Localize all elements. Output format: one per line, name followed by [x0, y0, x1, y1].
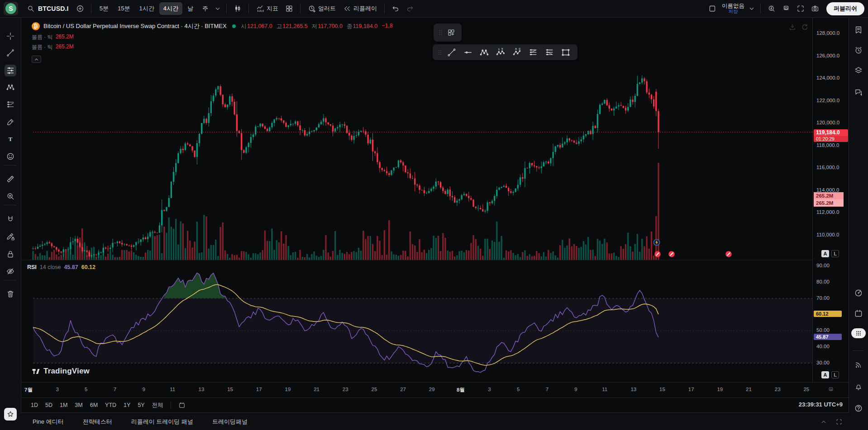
compare-add-icon[interactable] — [73, 2, 87, 15]
range-6M-button[interactable]: 6M — [86, 400, 101, 410]
abc-correction-tool[interactable]: AC — [509, 46, 525, 59]
instant-trading-icon[interactable] — [653, 238, 661, 246]
chat-icon[interactable] — [853, 86, 864, 98]
indicator-templates-icon[interactable] — [282, 2, 296, 15]
rectangle-tool[interactable] — [558, 46, 574, 59]
xabcd-pattern-tool[interactable] — [476, 46, 492, 59]
screener-target-icon[interactable] — [853, 287, 864, 299]
remove-objects-tool[interactable] — [5, 288, 16, 300]
range-1M-button[interactable]: 1M — [56, 400, 71, 410]
panel-expand-icon[interactable] — [820, 418, 827, 425]
log-scale-badge[interactable]: L — [831, 371, 839, 378]
tradingview-watermark[interactable]: TradingView — [32, 367, 90, 376]
alert-button[interactable]: 얼러트 — [305, 3, 339, 14]
tab-3[interactable]: 리플레이 트레이딩 패널 — [127, 415, 198, 429]
pane-download-icon[interactable] — [788, 23, 796, 31]
alerts-clock-icon[interactable] — [853, 44, 864, 56]
go-to-date-icon[interactable] — [175, 400, 189, 411]
legend-collapse-button[interactable] — [32, 56, 41, 63]
long-position-tool[interactable] — [525, 46, 541, 59]
short-position-tool[interactable] — [541, 46, 558, 59]
auto-scale-badge[interactable]: A — [821, 371, 829, 378]
publish-button[interactable]: 퍼블리쉬 — [826, 2, 864, 15]
volume-indicator-row[interactable]: 볼륨 · 틱 265.2M — [32, 43, 74, 51]
favorite-tools-star-button[interactable] — [4, 408, 17, 421]
redo-icon[interactable] — [403, 2, 417, 15]
timeframe-menu-chevron-icon[interactable] — [213, 2, 222, 15]
trend-line-tool[interactable] — [444, 46, 460, 59]
log-scale-badge[interactable]: L — [831, 250, 839, 257]
range-5D-button[interactable]: 5D — [42, 400, 56, 410]
tab-1[interactable]: Pine 에디터 — [28, 415, 68, 429]
fullscreen-icon[interactable] — [794, 2, 807, 15]
brush-tool[interactable] — [5, 116, 16, 128]
undo-icon[interactable] — [389, 2, 402, 15]
ruler-tool[interactable] — [5, 173, 16, 185]
drawing-mode-tool[interactable] — [5, 231, 16, 242]
range-전체-button[interactable]: 전체 — [148, 400, 167, 411]
layout-menu-chevron-icon[interactable] — [747, 2, 756, 15]
auto-scale-badge[interactable]: A — [821, 250, 829, 257]
timeframe-15분[interactable]: 15분 — [114, 2, 134, 15]
tab-2[interactable]: 전략테스터 — [78, 415, 117, 429]
emoji-tool[interactable] — [5, 151, 16, 162]
range-5Y-button[interactable]: 5Y — [134, 400, 148, 410]
time-axis-settings-icon[interactable] — [827, 386, 835, 393]
range-1Y-button[interactable]: 1Y — [120, 400, 134, 410]
no-entry-icon[interactable] — [725, 250, 733, 258]
help-icon[interactable] — [853, 402, 864, 414]
pane-refresh-icon[interactable] — [801, 23, 809, 31]
chart-style-icon[interactable] — [231, 2, 244, 15]
clock[interactable]: 23:39:31 UTC+9 — [799, 401, 843, 408]
layout-name-button[interactable]: 이름없음 저장 — [720, 3, 746, 14]
favorite-drawings-toolbar[interactable]: 15AC — [433, 44, 577, 60]
elliott-impulse-wave-tool[interactable]: 15 — [492, 46, 509, 59]
forecast-position-tool[interactable] — [5, 99, 16, 110]
fib-retracement-tool[interactable] — [5, 65, 16, 76]
volume-indicator-row[interactable]: 볼륨 · 틱 265.2M — [32, 33, 74, 41]
horizontal-ray-tool[interactable] — [460, 46, 476, 59]
no-entry-icon[interactable] — [668, 250, 676, 258]
timeframe-주[interactable]: 주 — [198, 2, 212, 15]
quick-search-icon[interactable] — [765, 2, 778, 15]
tab-4[interactable]: 트레이딩패널 — [208, 415, 252, 429]
mini-floating-toolbar[interactable] — [434, 24, 462, 42]
xabcd-pattern-tool[interactable] — [5, 81, 16, 93]
magnet-tool[interactable] — [5, 213, 16, 225]
text-tool[interactable]: T — [5, 133, 16, 145]
lock-all-tool[interactable] — [5, 248, 16, 260]
hide-all-tool[interactable] — [5, 265, 16, 277]
settings-icon[interactable] — [779, 2, 793, 15]
price-scale[interactable]: 119,184.0 01:20:29 265.2M 265.2M 60.12 4… — [812, 18, 849, 382]
add-layout-icon[interactable] — [444, 26, 458, 39]
apps-grid-icon[interactable] — [851, 328, 866, 338]
calendar-icon[interactable] — [853, 307, 864, 319]
time-scale[interactable]: 7월3579111315171921232527298월357911131517… — [21, 382, 849, 398]
watchlist-icon[interactable] — [853, 24, 864, 36]
broadcast-signal-icon[interactable] — [853, 359, 864, 371]
crosshair-tool[interactable] — [5, 30, 16, 42]
layout-select-icon[interactable] — [706, 2, 719, 15]
object-tree-icon[interactable] — [853, 65, 864, 76]
drag-handle-icon[interactable] — [437, 27, 444, 38]
symbol-search-button[interactable]: BTCUSD.I — [23, 2, 72, 15]
indicators-button[interactable]: 지표 — [253, 3, 281, 14]
timeframe-1시간[interactable]: 1시간 — [135, 2, 158, 15]
range-1D-button[interactable]: 1D — [27, 400, 42, 410]
timeframe-날[interactable]: 날 — [183, 2, 197, 15]
timeframe-5분[interactable]: 5분 — [95, 2, 113, 15]
range-YTD-button[interactable]: YTD — [101, 400, 120, 410]
rsi-legend[interactable]: RSI 14 close 45.87 60.12 — [27, 264, 95, 270]
notifications-bell-icon[interactable] — [853, 381, 864, 392]
account-menu-button[interactable]: S — [4, 2, 18, 15]
no-entry-icon[interactable] — [653, 250, 662, 258]
chart-legend[interactable]: ₿ Bitcoin / US Dollar Perpetual Inverse … — [32, 22, 447, 30]
drag-handle-icon[interactable] — [436, 47, 444, 58]
replay-button[interactable]: 리플레이 — [340, 3, 380, 14]
trend-line-tool[interactable] — [5, 47, 16, 59]
timeframe-4시간[interactable]: 4시간 — [159, 2, 182, 15]
chart-area[interactable]: ₿ Bitcoin / US Dollar Perpetual Inverse … — [21, 18, 849, 412]
screenshot-icon[interactable] — [808, 2, 822, 15]
zoom-in-tool[interactable] — [5, 190, 16, 202]
panel-maximize-icon[interactable] — [835, 418, 843, 425]
